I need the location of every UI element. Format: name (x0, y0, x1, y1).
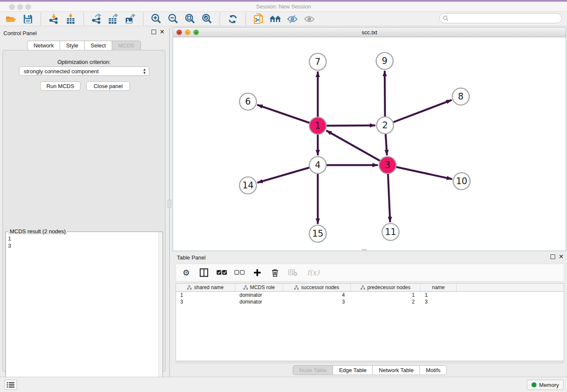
graph-edge-4-14[interactable] (257, 165, 318, 183)
graph-node-label-1: 1 (315, 121, 320, 131)
task-history-button[interactable] (4, 380, 17, 390)
table-cell[interactable]: 4 (283, 292, 351, 298)
plus-icon (253, 269, 261, 276)
criterion-dropdown-value: strongly connected component (24, 68, 99, 75)
deselect-all-button[interactable] (234, 268, 245, 278)
export-image-button[interactable] (122, 13, 139, 25)
run-mcds-button[interactable]: Run MCDS (40, 81, 80, 91)
import-table-button[interactable] (62, 13, 79, 25)
add-column-button[interactable] (252, 268, 262, 278)
search-icon (443, 15, 449, 21)
memory-button[interactable]: Memory (527, 380, 564, 390)
tab-network[interactable]: Network (27, 41, 60, 50)
import-network-button[interactable] (45, 13, 62, 25)
table-column-header[interactable]: successor nodes (283, 284, 351, 291)
export-network-button[interactable] (88, 13, 105, 25)
table-cell[interactable]: 1 (421, 292, 457, 298)
control-panel-tabs: NetworkStyleSelectMCDS (0, 41, 168, 50)
function-builder-button[interactable]: f(x) (306, 268, 321, 278)
close-panel-icon[interactable]: ✕ (160, 30, 165, 34)
import-network-icon (48, 14, 59, 25)
table-column-header[interactable]: predecessor nodes (351, 284, 421, 291)
result-scrollbar[interactable] (158, 232, 162, 391)
table-toolbar: ⚙ f(x) (176, 264, 564, 282)
table-cell[interactable]: 3 (421, 298, 457, 305)
home-houses-icon (269, 14, 282, 24)
table-cell[interactable]: 2 (351, 298, 421, 305)
open-session-button[interactable] (3, 13, 19, 25)
table-row[interactable]: 3dominator323 (176, 298, 564, 305)
network-window-titlebar[interactable]: × − + scc.txt (173, 28, 566, 37)
table-column-header[interactable]: MCDS role (235, 284, 283, 291)
tab-style[interactable]: Style (60, 41, 84, 50)
column-header-MCDS-role: MCDS role (250, 284, 275, 290)
zoom-out-button[interactable] (165, 13, 182, 25)
graph-node-label-2: 2 (382, 120, 388, 130)
save-floppy-icon (23, 14, 33, 24)
tab-mcds[interactable]: MCDS (112, 41, 140, 50)
close-table-panel-icon[interactable]: ✕ (559, 254, 564, 259)
zoom-fit-icon (184, 14, 195, 25)
zoom-fit-button[interactable] (182, 13, 198, 25)
criterion-dropdown[interactable]: strongly connected component ▲▼ (19, 66, 149, 76)
mcds-tab-panel: Optimization criterion: strongly connect… (3, 50, 165, 372)
table-settings-button[interactable]: ⚙ (181, 268, 191, 278)
table-panel-tabs: Node TableEdge TableNetwork TableMotifs (173, 365, 567, 375)
select-all-button[interactable] (217, 268, 227, 278)
home-button[interactable] (267, 13, 284, 25)
table-cell[interactable]: dominator (235, 292, 283, 298)
delete-column-button[interactable] (270, 268, 280, 278)
zoom-in-icon (151, 14, 162, 25)
graph-node-label-4: 4 (315, 160, 320, 170)
search-container (439, 13, 562, 23)
export-table-button[interactable] (105, 13, 122, 25)
trash-icon (272, 269, 278, 277)
table-column-header[interactable]: name (421, 284, 457, 291)
search-input[interactable] (439, 13, 562, 23)
toolbar-separator (83, 13, 84, 25)
network-canvas[interactable]: 7968124314101511 (173, 37, 566, 251)
horizontal-splitter-grip[interactable] (362, 249, 366, 251)
zoom-selected-button[interactable] (198, 13, 215, 25)
eye-slash-icon (287, 14, 298, 24)
graph-edge-3-10[interactable] (388, 165, 452, 179)
tab-node-table[interactable]: Node Table (293, 365, 333, 375)
tab-edge-table[interactable]: Edge Table (333, 365, 372, 375)
table-cell[interactable]: 1 (351, 292, 421, 298)
memory-status-dot (531, 382, 537, 387)
table-row[interactable]: 1dominator411 (176, 292, 564, 298)
table-cell[interactable]: dominator (235, 298, 283, 305)
graph-edge-1-6[interactable] (257, 105, 318, 126)
tab-motifs[interactable]: Motifs (419, 365, 447, 375)
table-cell[interactable]: 3 (283, 298, 351, 305)
refresh-arrows-icon (228, 14, 238, 24)
zoom-selected-icon (201, 14, 212, 25)
save-session-button[interactable] (19, 13, 36, 25)
column-browser-button[interactable] (199, 268, 209, 278)
close-panel-button[interactable]: Close panel (86, 81, 130, 91)
vertical-splitter-grip[interactable] (168, 200, 171, 207)
zoom-in-button[interactable] (148, 13, 165, 25)
optimization-criterion-label: Optimization criterion: (3, 59, 165, 65)
export-image-icon (125, 14, 136, 25)
graph-edge-2-8[interactable] (385, 100, 451, 125)
node-table[interactable]: shared nameMCDS rolesuccessor nodesprede… (176, 283, 564, 361)
table-cell[interactable]: 3 (176, 298, 235, 305)
tab-select[interactable]: Select (84, 41, 112, 50)
apply-layout-button[interactable] (224, 13, 241, 25)
graph-node-label-14: 14 (242, 180, 254, 190)
hide-graphics-button[interactable] (284, 13, 301, 25)
float-table-panel-icon[interactable] (550, 254, 555, 259)
float-panel-icon[interactable] (151, 30, 156, 34)
table-hscroll-track[interactable] (176, 361, 564, 364)
tab-network-table[interactable]: Network Table (372, 365, 419, 375)
table-cell[interactable]: 1 (176, 292, 235, 298)
columns-icon (200, 268, 208, 277)
clone-network-button[interactable] (250, 13, 267, 25)
graph-edge-3-1[interactable] (326, 130, 388, 165)
memory-button-label: Memory (539, 382, 559, 388)
table-column-header[interactable]: shared name (176, 284, 235, 291)
chevron-up-down-icon: ▲▼ (143, 68, 146, 75)
delete-table-button[interactable] (288, 268, 298, 278)
show-graphics-button[interactable] (301, 13, 318, 25)
